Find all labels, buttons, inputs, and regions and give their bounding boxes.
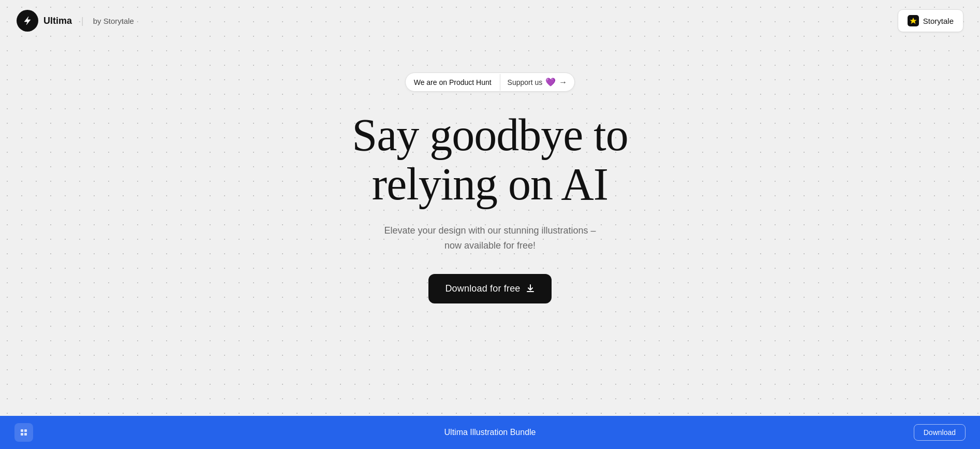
logo-text: Ultima	[43, 16, 72, 26]
banner-title: Ultima Illustration Bundle	[444, 428, 536, 437]
product-hunt-badge[interactable]: We are on Product Hunt Support us 💜 →	[405, 73, 575, 92]
svg-rect-3	[24, 433, 27, 436]
hero-subtext: Elevate your design with our stunning il…	[381, 223, 599, 253]
navbar-right: Storytale	[898, 9, 963, 32]
storytale-icon	[908, 15, 919, 26]
logo-icon	[17, 10, 38, 32]
hero-heading-line2: relying on AI	[372, 159, 608, 209]
svg-rect-1	[24, 429, 27, 432]
svg-rect-0	[21, 429, 23, 432]
badge-heart-icon: 💜	[545, 77, 556, 87]
figma-icon	[14, 423, 33, 442]
storytale-button[interactable]: Storytale	[898, 9, 963, 32]
badge-arrow-icon: →	[559, 78, 567, 87]
hero-heading: Say goodbye to relying on AI	[352, 110, 628, 209]
hero-heading-line1: Say goodbye to	[352, 110, 628, 160]
storytale-label: Storytale	[923, 17, 954, 25]
badge-support-text: Support us	[508, 78, 543, 86]
logo-group: Ultima | by Storytale	[17, 10, 134, 32]
bottom-banner: Ultima Illustration Bundle Download	[0, 416, 980, 449]
badge-left-text: We are on Product Hunt	[406, 74, 500, 91]
banner-download-label: Download	[924, 428, 956, 437]
svg-rect-2	[21, 433, 23, 436]
banner-download-button[interactable]: Download	[914, 424, 966, 441]
download-button[interactable]: Download for free	[428, 274, 551, 303]
download-button-label: Download for free	[445, 283, 520, 294]
badge-right: Support us 💜 →	[500, 73, 575, 91]
navbar: Ultima | by Storytale Storytale	[0, 0, 980, 41]
download-icon	[526, 284, 535, 293]
logo-separator: |	[81, 16, 84, 26]
logo-subtitle: by Storytale	[93, 17, 134, 25]
hero-section: We are on Product Hunt Support us 💜 → Sa…	[0, 41, 980, 324]
